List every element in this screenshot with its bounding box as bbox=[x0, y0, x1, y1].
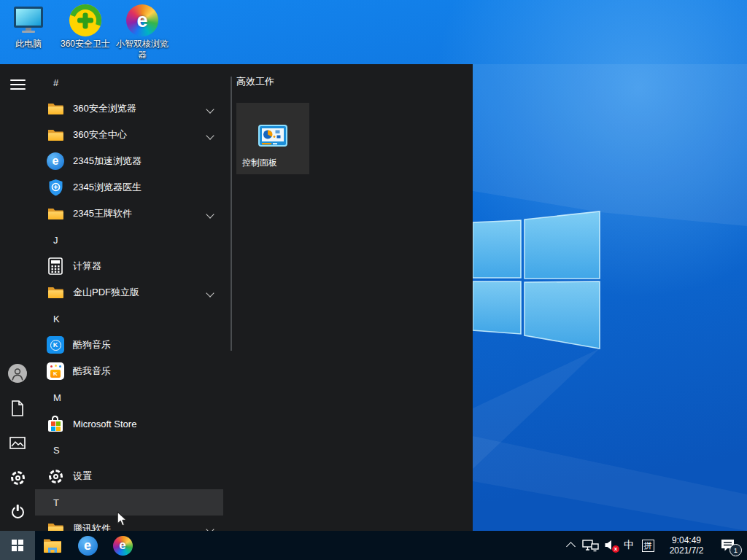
store-icon bbox=[47, 415, 64, 432]
tray-ime-language[interactable]: 中 bbox=[620, 531, 638, 560]
folder-icon bbox=[47, 205, 64, 222]
power-icon bbox=[12, 506, 24, 518]
pictures-icon bbox=[9, 437, 26, 449]
app-item-360-center[interactable]: 360安全中心 bbox=[35, 122, 223, 148]
folder-icon bbox=[47, 520, 64, 531]
tray-action-center[interactable]: 1 bbox=[715, 531, 743, 560]
xiaozhi-browser-icon: e bbox=[113, 536, 133, 556]
section-header-m[interactable]: M bbox=[35, 384, 223, 411]
app-item-2345-browser[interactable]: e 2345加速浏览器 bbox=[35, 148, 223, 174]
app-item-calculator[interactable]: 计算器 bbox=[35, 253, 223, 279]
app-item-settings[interactable]: 设置 bbox=[35, 463, 223, 489]
tray-volume-muted[interactable]: x bbox=[601, 531, 620, 560]
desktop-icon-label: 小智双核浏览器 bbox=[114, 39, 171, 61]
chevron-up-icon bbox=[566, 542, 576, 551]
chevron-down-icon bbox=[206, 210, 214, 218]
app-item-kingsoft-pdf[interactable]: 金山PDF独立版 bbox=[35, 279, 223, 306]
ime-pinyin-icon: 拼 bbox=[642, 540, 654, 552]
desktop-icon-xiaozhi-browser[interactable]: e 小智双核浏览器 bbox=[114, 3, 171, 61]
360-safe-icon bbox=[69, 3, 101, 38]
start-menu-rail bbox=[0, 64, 35, 531]
desktop-icon-label: 360安全卫士 bbox=[61, 39, 110, 50]
folder-icon bbox=[47, 284, 64, 301]
windows-start-icon bbox=[12, 540, 23, 551]
rail-settings-button[interactable] bbox=[3, 463, 32, 492]
gear-icon bbox=[11, 471, 25, 485]
file-explorer-icon bbox=[43, 538, 62, 553]
2345-browser-icon: e bbox=[47, 152, 64, 170]
taskbar-2345-browser[interactable]: e bbox=[70, 531, 105, 560]
tile-control-panel[interactable]: 控制面板 bbox=[236, 103, 309, 174]
2345-browser-icon: e bbox=[78, 536, 98, 556]
kugou-icon: K bbox=[47, 336, 64, 354]
app-item-2345-software[interactable]: 2345王牌软件 bbox=[35, 201, 223, 227]
rail-power-button[interactable] bbox=[3, 497, 32, 526]
document-icon bbox=[11, 400, 24, 416]
start-menu: # 360安全浏览器 360安全中心 e 2345加速浏览器 bbox=[0, 64, 473, 531]
volume-muted-icon: x bbox=[603, 540, 618, 552]
rail-documents-button[interactable] bbox=[3, 394, 32, 423]
section-header-k[interactable]: K bbox=[35, 306, 223, 332]
menu-icon bbox=[10, 79, 26, 90]
taskbar-xiaozhi-browser[interactable]: e bbox=[105, 531, 140, 560]
this-pc-icon bbox=[12, 3, 45, 38]
tray-date: 2021/7/2 bbox=[670, 545, 704, 556]
app-item-tencent-software[interactable]: 腾讯软件 bbox=[35, 516, 223, 531]
app-item-2345-doctor[interactable]: 2345浏览器医生 bbox=[35, 174, 223, 201]
desktop-icon-label: 此电脑 bbox=[15, 39, 42, 50]
app-item-kugou-music[interactable]: K 酷狗音乐 bbox=[35, 332, 223, 358]
calculator-icon bbox=[47, 257, 64, 275]
chevron-down-icon bbox=[206, 105, 214, 113]
tray-ime-mode[interactable]: 拼 bbox=[638, 531, 658, 560]
tray-show-hidden-icons[interactable] bbox=[562, 531, 579, 560]
app-list-scrollbar[interactable] bbox=[231, 77, 232, 351]
system-tray: x 中 拼 9:04:49 2021/7/2 1 bbox=[562, 531, 747, 560]
notification-badge: 1 bbox=[729, 544, 742, 556]
network-icon bbox=[582, 540, 599, 552]
control-panel-icon bbox=[258, 125, 287, 151]
tile-group-title[interactable]: 高效工作 bbox=[236, 75, 473, 88]
app-list: # 360安全浏览器 360安全中心 e 2345加速浏览器 bbox=[35, 69, 223, 531]
kuwo-icon: K bbox=[47, 362, 64, 380]
gear-icon bbox=[47, 467, 64, 485]
section-header-hash[interactable]: # bbox=[35, 69, 223, 96]
rail-pictures-button[interactable] bbox=[3, 428, 32, 457]
section-header-s[interactable]: S bbox=[35, 437, 223, 463]
folder-icon bbox=[47, 126, 64, 144]
tray-network[interactable] bbox=[579, 531, 601, 560]
action-center-icon: 1 bbox=[721, 539, 737, 553]
start-button[interactable] bbox=[0, 531, 35, 560]
section-header-j[interactable]: J bbox=[35, 227, 223, 253]
user-icon bbox=[8, 364, 27, 383]
folder-icon bbox=[47, 100, 64, 117]
chevron-down-icon bbox=[206, 131, 214, 139]
xiaozhi-browser-icon: e bbox=[126, 3, 158, 38]
tile-label: 控制面板 bbox=[242, 157, 277, 169]
desktop-icon-360-safe[interactable]: 360安全卫士 bbox=[57, 3, 114, 50]
desktop-icon-this-pc[interactable]: 此电脑 bbox=[0, 3, 57, 50]
shield-icon bbox=[47, 179, 64, 196]
app-item-microsoft-store[interactable]: Microsoft Store bbox=[35, 411, 223, 437]
taskbar: e e x 中 拼 9:04:49 2021/7/2 bbox=[0, 531, 747, 560]
chevron-down-icon bbox=[206, 525, 214, 531]
chevron-down-icon bbox=[206, 289, 214, 297]
tile-panel: 高效工作 控制面板 bbox=[236, 64, 473, 174]
app-item-360-browser[interactable]: 360安全浏览器 bbox=[35, 96, 223, 122]
section-header-t[interactable]: T bbox=[35, 489, 223, 516]
rail-menu-button[interactable] bbox=[3, 70, 32, 99]
tray-time: 9:04:49 bbox=[672, 535, 701, 545]
mute-badge: x bbox=[612, 545, 619, 553]
tray-clock[interactable]: 9:04:49 2021/7/2 bbox=[658, 531, 715, 560]
taskbar-file-explorer[interactable] bbox=[35, 531, 70, 560]
app-item-kuwo-music[interactable]: K 酷我音乐 bbox=[35, 358, 223, 384]
rail-user-button[interactable] bbox=[3, 359, 32, 388]
